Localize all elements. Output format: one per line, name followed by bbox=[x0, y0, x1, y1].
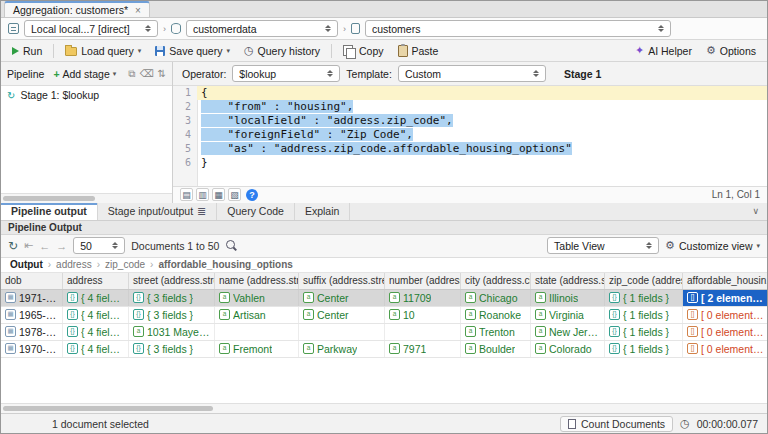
table-cell[interactable]: [][ 2 elements ] bbox=[683, 290, 767, 306]
table-cell[interactable]: aBoulder bbox=[461, 341, 531, 357]
table-cell[interactable]: [][ 0 elements ] bbox=[683, 307, 767, 323]
pipeline-stage-item[interactable]: ↻ Stage 1: $lookup bbox=[1, 86, 172, 104]
table-cell[interactable]: aArtisan bbox=[215, 307, 299, 323]
table-cell[interactable]: {}{ 1 fields } bbox=[605, 290, 683, 306]
database-select[interactable]: customerdata bbox=[186, 20, 338, 37]
table-cell[interactable]: a1031 Mayer Stre... bbox=[129, 324, 215, 340]
table-cell[interactable]: aColorado bbox=[531, 341, 605, 357]
table-cell[interactable]: ▦1978-04-13T11:4... bbox=[1, 324, 63, 340]
tab-pipeline-output[interactable]: Pipeline output bbox=[1, 203, 98, 220]
run-button[interactable]: Run bbox=[6, 43, 48, 59]
next-page-icon[interactable]: → bbox=[56, 240, 67, 252]
query-history-button[interactable]: ◷ Query history bbox=[238, 43, 326, 59]
table-cell[interactable]: aFremont bbox=[215, 341, 299, 357]
table-cell[interactable]: aVirginia bbox=[531, 307, 605, 323]
breadcrumb-item-address[interactable]: address bbox=[56, 259, 92, 270]
tab-aggregation-customers[interactable]: Aggregation: customers* × bbox=[4, 1, 150, 17]
search-icon[interactable] bbox=[225, 239, 238, 252]
scrollbar-thumb[interactable] bbox=[3, 406, 213, 411]
tab-query-code[interactable]: Query Code bbox=[217, 203, 295, 220]
table-horizontal-scrollbar[interactable] bbox=[1, 403, 767, 413]
add-stage-button[interactable]: + Add stage ▾ bbox=[49, 66, 120, 82]
column-header[interactable]: suffix (address.street bbox=[299, 273, 385, 289]
table-cell[interactable]: {}{ 1 fields } bbox=[605, 324, 683, 340]
move-stage-icon[interactable]: ⇅ bbox=[158, 69, 166, 79]
page-size-select[interactable]: 50 bbox=[73, 237, 125, 254]
table-row[interactable]: ▦1965-07-14T10:...{}{ 4 fields }{}{ 3 fi… bbox=[1, 307, 767, 324]
table-cell[interactable]: aNew Jersey bbox=[531, 324, 605, 340]
table-cell[interactable]: aRoanoke bbox=[461, 307, 531, 323]
ai-helper-button[interactable]: ✦ AI Helper bbox=[629, 43, 698, 59]
table-cell[interactable]: aCenter bbox=[299, 307, 385, 323]
table-cell[interactable]: {}{ 4 fields } bbox=[63, 307, 129, 323]
collapse-panel-icon[interactable]: ∨ bbox=[744, 203, 767, 220]
table-cell[interactable]: a10 bbox=[385, 307, 461, 323]
table-cell[interactable]: [][ 0 elements ] bbox=[683, 341, 767, 357]
table-cell[interactable]: {}{ 1 fields } bbox=[605, 341, 683, 357]
code-editor[interactable]: 1{2 "from" : "housing",3 "localField" : … bbox=[173, 86, 767, 186]
tab-stage-input-output[interactable]: Stage input/output ≣ bbox=[98, 203, 217, 220]
table-cell[interactable]: {}{ 4 fields } bbox=[63, 341, 129, 357]
paste-button[interactable]: Paste bbox=[392, 43, 445, 59]
table-cell[interactable]: aCenter bbox=[299, 290, 385, 306]
copy-button[interactable]: Copy bbox=[337, 43, 390, 59]
table-cell[interactable]: {}{ 4 fields } bbox=[63, 324, 129, 340]
table-cell[interactable]: aIllinois bbox=[531, 290, 605, 306]
breadcrumb-item-affordable-housing-options[interactable]: affordable_housing_options bbox=[158, 259, 292, 270]
table-row[interactable]: ▦1978-04-13T11:4...{}{ 4 fields }a1031 M… bbox=[1, 324, 767, 341]
table-cell[interactable]: {}{ 3 fields } bbox=[129, 307, 215, 323]
load-query-button[interactable]: Load query ▾ bbox=[59, 43, 147, 59]
customize-view-button[interactable]: ⚙ Customize view ▾ bbox=[665, 240, 760, 252]
help-icon[interactable]: ? bbox=[246, 189, 258, 201]
editor-layout-icon[interactable]: ▧ bbox=[228, 188, 241, 201]
duplicate-stage-icon[interactable]: ⧉ bbox=[128, 69, 135, 79]
table-cell[interactable]: ▦1970-09-22T16:... bbox=[1, 341, 63, 357]
server-select[interactable]: Local local...7 [direct] bbox=[24, 20, 158, 37]
editor-layout-icon[interactable]: ▥ bbox=[196, 188, 209, 201]
table-cell[interactable]: aChicago bbox=[461, 290, 531, 306]
table-cell[interactable]: {}{ 3 fields } bbox=[129, 290, 215, 306]
table-cell[interactable]: {}{ 1 fields } bbox=[605, 307, 683, 323]
column-header[interactable]: street (address.street bbox=[129, 273, 215, 289]
collection-select[interactable]: customers bbox=[365, 20, 671, 37]
tab-explain[interactable]: Explain bbox=[295, 203, 350, 220]
table-cell[interactable]: aTrenton bbox=[461, 324, 531, 340]
table-cell[interactable]: [][ 0 elements ] bbox=[683, 324, 767, 340]
column-header[interactable]: address bbox=[63, 273, 129, 289]
table-row[interactable]: ▦1970-09-22T16:...{}{ 4 fields }{}{ 3 fi… bbox=[1, 341, 767, 358]
breadcrumb-item-output[interactable]: Output bbox=[10, 259, 43, 270]
table-cell[interactable]: {}{ 3 fields } bbox=[129, 341, 215, 357]
breadcrumb-item-zip-code[interactable]: zip_code bbox=[105, 259, 145, 270]
column-header[interactable]: name (address.street bbox=[215, 273, 299, 289]
editor-layout-icon[interactable]: ▤ bbox=[180, 188, 193, 201]
code-line[interactable]: 4 "foreignField" : "Zip Code", bbox=[173, 128, 767, 142]
column-header[interactable]: number (address.stre... bbox=[385, 273, 461, 289]
table-row[interactable]: ▦1971-11-23T05:...{}{ 4 fields }{}{ 3 fi… bbox=[1, 290, 767, 307]
code-line[interactable]: 1{ bbox=[173, 86, 767, 100]
save-query-button[interactable]: Save query ▾ bbox=[149, 43, 236, 59]
close-icon[interactable]: × bbox=[135, 5, 141, 16]
options-button[interactable]: ⚙ Options bbox=[700, 43, 762, 59]
template-select[interactable]: Custom bbox=[398, 65, 546, 82]
table-cell[interactable] bbox=[215, 324, 299, 340]
column-header[interactable]: affordable_housin... bbox=[683, 273, 768, 289]
delete-stage-icon[interactable]: ⌫ bbox=[139, 69, 153, 79]
refresh-icon[interactable]: ↻ bbox=[8, 239, 18, 253]
column-header[interactable]: zip_code (address.zip... bbox=[605, 273, 683, 289]
table-cell[interactable]: a7971 bbox=[385, 341, 461, 357]
scrollbar-thumb[interactable] bbox=[3, 196, 95, 201]
table-cell[interactable]: {}{ 4 fields } bbox=[63, 290, 129, 306]
operator-select[interactable]: $lookup bbox=[232, 65, 340, 82]
code-line[interactable]: 6} bbox=[173, 156, 767, 170]
table-cell[interactable]: ▦1965-07-14T10:... bbox=[1, 307, 63, 323]
column-header[interactable]: dob bbox=[1, 273, 63, 289]
code-line[interactable]: 3 "localField" : "address.zip_code", bbox=[173, 114, 767, 128]
previous-page-icon[interactable]: ← bbox=[39, 240, 50, 252]
code-line[interactable]: 5 "as" : "address.zip_code.affordable_ho… bbox=[173, 142, 767, 156]
column-header[interactable]: state (address.state) bbox=[531, 273, 605, 289]
count-documents-button[interactable]: Count Documents bbox=[560, 416, 673, 432]
code-line[interactable]: 2 "from" : "housing", bbox=[173, 100, 767, 114]
editor-layout-icon[interactable]: ▦ bbox=[212, 188, 225, 201]
table-cell[interactable]: a11709 bbox=[385, 290, 461, 306]
column-header[interactable]: city (address.city) bbox=[461, 273, 531, 289]
